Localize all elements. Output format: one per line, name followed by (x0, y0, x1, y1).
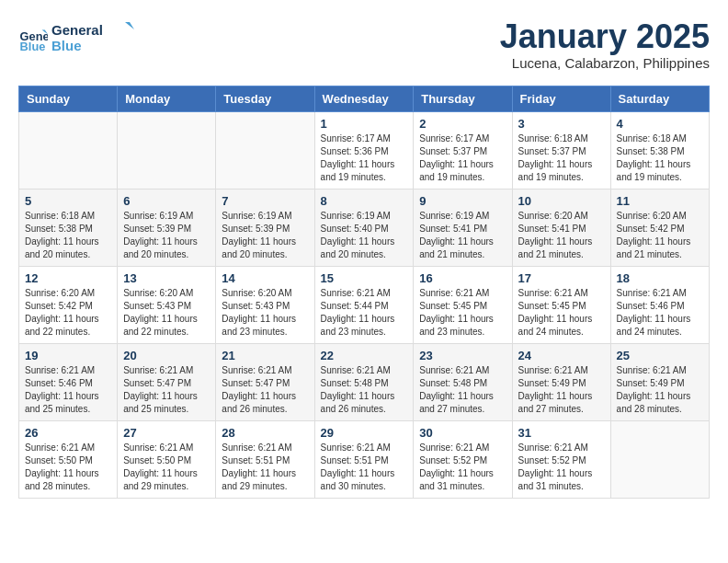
calendar-cell: 5Sunrise: 6:18 AM Sunset: 5:38 PM Daylig… (19, 189, 118, 266)
day-info: Sunrise: 6:21 AM Sunset: 5:50 PM Dayligh… (123, 442, 210, 493)
calendar-cell: 6Sunrise: 6:19 AM Sunset: 5:39 PM Daylig… (118, 189, 216, 266)
calendar-cell: 12Sunrise: 6:20 AM Sunset: 5:42 PM Dayli… (19, 266, 118, 343)
day-number: 26 (25, 426, 111, 440)
calendar-cell: 31Sunrise: 6:21 AM Sunset: 5:52 PM Dayli… (512, 420, 610, 498)
calendar-cell: 14Sunrise: 6:20 AM Sunset: 5:43 PM Dayli… (216, 266, 314, 343)
day-number: 14 (222, 271, 308, 285)
calendar-week-5: 26Sunrise: 6:21 AM Sunset: 5:50 PM Dayli… (19, 420, 710, 498)
weekday-header-tuesday: Tuesday (216, 86, 314, 111)
calendar-cell: 23Sunrise: 6:21 AM Sunset: 5:48 PM Dayli… (414, 343, 512, 420)
day-info: Sunrise: 6:17 AM Sunset: 5:37 PM Dayligh… (419, 132, 506, 184)
day-number: 2 (419, 117, 506, 131)
calendar-cell: 26Sunrise: 6:21 AM Sunset: 5:50 PM Dayli… (19, 420, 118, 498)
day-info: Sunrise: 6:21 AM Sunset: 5:48 PM Dayligh… (321, 364, 408, 416)
day-info: Sunrise: 6:21 AM Sunset: 5:44 PM Dayligh… (321, 287, 408, 339)
day-number: 12 (25, 271, 111, 285)
day-info: Sunrise: 6:21 AM Sunset: 5:52 PM Dayligh… (518, 442, 605, 493)
day-info: Sunrise: 6:21 AM Sunset: 5:47 PM Dayligh… (222, 364, 308, 416)
calendar-cell: 9Sunrise: 6:19 AM Sunset: 5:41 PM Daylig… (414, 189, 512, 266)
day-number: 3 (518, 117, 605, 131)
day-info: Sunrise: 6:20 AM Sunset: 5:42 PM Dayligh… (617, 210, 703, 261)
calendar-cell: 10Sunrise: 6:20 AM Sunset: 5:41 PM Dayli… (512, 189, 610, 266)
day-number: 13 (123, 271, 210, 285)
day-number: 6 (123, 194, 210, 208)
page-header: General Blue General Blue January 2025 L… (18, 18, 710, 71)
day-info: Sunrise: 6:19 AM Sunset: 5:41 PM Dayligh… (419, 210, 506, 261)
day-info: Sunrise: 6:21 AM Sunset: 5:49 PM Dayligh… (617, 364, 703, 416)
day-info: Sunrise: 6:20 AM Sunset: 5:41 PM Dayligh… (518, 210, 605, 261)
svg-text:General: General (51, 22, 103, 38)
calendar-cell: 8Sunrise: 6:19 AM Sunset: 5:40 PM Daylig… (314, 189, 414, 266)
logo-icon: General Blue (18, 24, 48, 53)
calendar-cell: 15Sunrise: 6:21 AM Sunset: 5:44 PM Dayli… (314, 266, 414, 343)
day-info: Sunrise: 6:20 AM Sunset: 5:42 PM Dayligh… (25, 287, 111, 339)
calendar-cell: 20Sunrise: 6:21 AM Sunset: 5:47 PM Dayli… (118, 343, 216, 420)
day-number: 30 (419, 426, 506, 440)
weekday-header-sunday: Sunday (19, 86, 118, 111)
weekday-header-wednesday: Wednesday (314, 86, 414, 111)
day-info: Sunrise: 6:17 AM Sunset: 5:36 PM Dayligh… (321, 132, 408, 184)
calendar-cell: 7Sunrise: 6:19 AM Sunset: 5:39 PM Daylig… (216, 189, 314, 266)
day-number: 31 (518, 426, 605, 440)
day-number: 29 (321, 426, 408, 440)
day-info: Sunrise: 6:18 AM Sunset: 5:38 PM Dayligh… (25, 210, 111, 261)
day-info: Sunrise: 6:19 AM Sunset: 5:40 PM Dayligh… (321, 210, 408, 261)
day-number: 20 (123, 349, 210, 362)
day-info: Sunrise: 6:20 AM Sunset: 5:43 PM Dayligh… (222, 287, 308, 339)
svg-text:Blue: Blue (51, 38, 82, 53)
calendar-cell: 19Sunrise: 6:21 AM Sunset: 5:46 PM Dayli… (19, 343, 118, 420)
day-info: Sunrise: 6:21 AM Sunset: 5:52 PM Dayligh… (419, 442, 506, 493)
day-number: 22 (321, 349, 408, 362)
calendar-cell (216, 111, 314, 189)
calendar-cell (610, 420, 709, 498)
location: Lucena, Calabarzon, Philippines (500, 55, 710, 71)
calendar-cell: 22Sunrise: 6:21 AM Sunset: 5:48 PM Dayli… (314, 343, 414, 420)
day-info: Sunrise: 6:21 AM Sunset: 5:47 PM Dayligh… (123, 364, 210, 416)
calendar-cell: 16Sunrise: 6:21 AM Sunset: 5:45 PM Dayli… (414, 266, 512, 343)
day-number: 18 (617, 271, 703, 285)
day-number: 23 (419, 349, 506, 362)
month-title: January 2025 (500, 18, 710, 55)
day-number: 10 (518, 194, 605, 208)
weekday-header-row: SundayMondayTuesdayWednesdayThursdayFrid… (19, 86, 710, 111)
day-number: 17 (518, 271, 605, 285)
day-number: 28 (222, 426, 308, 440)
calendar-cell: 21Sunrise: 6:21 AM Sunset: 5:47 PM Dayli… (216, 343, 314, 420)
calendar-cell: 25Sunrise: 6:21 AM Sunset: 5:49 PM Dayli… (610, 343, 709, 420)
day-info: Sunrise: 6:21 AM Sunset: 5:45 PM Dayligh… (518, 287, 605, 339)
day-number: 9 (419, 194, 506, 208)
logo: General Blue General Blue (18, 18, 134, 59)
calendar-cell: 1Sunrise: 6:17 AM Sunset: 5:36 PM Daylig… (314, 111, 414, 189)
day-info: Sunrise: 6:21 AM Sunset: 5:51 PM Dayligh… (321, 442, 408, 493)
day-info: Sunrise: 6:21 AM Sunset: 5:46 PM Dayligh… (617, 287, 703, 339)
weekday-header-thursday: Thursday (414, 86, 512, 111)
calendar-cell: 24Sunrise: 6:21 AM Sunset: 5:49 PM Dayli… (512, 343, 610, 420)
calendar-cell: 18Sunrise: 6:21 AM Sunset: 5:46 PM Dayli… (610, 266, 709, 343)
calendar-cell (118, 111, 216, 189)
day-number: 15 (321, 271, 408, 285)
day-info: Sunrise: 6:19 AM Sunset: 5:39 PM Dayligh… (222, 210, 308, 261)
weekday-header-monday: Monday (118, 86, 216, 111)
day-number: 25 (617, 349, 703, 362)
day-info: Sunrise: 6:18 AM Sunset: 5:37 PM Dayligh… (518, 132, 605, 184)
day-number: 5 (25, 194, 111, 208)
day-info: Sunrise: 6:21 AM Sunset: 5:46 PM Dayligh… (25, 364, 111, 416)
calendar-cell: 2Sunrise: 6:17 AM Sunset: 5:37 PM Daylig… (414, 111, 512, 189)
calendar-cell: 3Sunrise: 6:18 AM Sunset: 5:37 PM Daylig… (512, 111, 610, 189)
day-info: Sunrise: 6:20 AM Sunset: 5:43 PM Dayligh… (123, 287, 210, 339)
day-number: 24 (518, 349, 605, 362)
calendar-cell: 27Sunrise: 6:21 AM Sunset: 5:50 PM Dayli… (118, 420, 216, 498)
calendar-cell: 29Sunrise: 6:21 AM Sunset: 5:51 PM Dayli… (314, 420, 414, 498)
day-info: Sunrise: 6:21 AM Sunset: 5:49 PM Dayligh… (518, 364, 605, 416)
weekday-header-saturday: Saturday (610, 86, 709, 111)
calendar-cell: 13Sunrise: 6:20 AM Sunset: 5:43 PM Dayli… (118, 266, 216, 343)
logo-svg: General Blue (51, 18, 134, 55)
weekday-header-friday: Friday (512, 86, 610, 111)
day-number: 7 (222, 194, 308, 208)
day-number: 16 (419, 271, 506, 285)
day-number: 1 (321, 117, 408, 131)
day-number: 19 (25, 349, 111, 362)
day-number: 27 (123, 426, 210, 440)
day-number: 21 (222, 349, 308, 362)
calendar-week-3: 12Sunrise: 6:20 AM Sunset: 5:42 PM Dayli… (19, 266, 710, 343)
